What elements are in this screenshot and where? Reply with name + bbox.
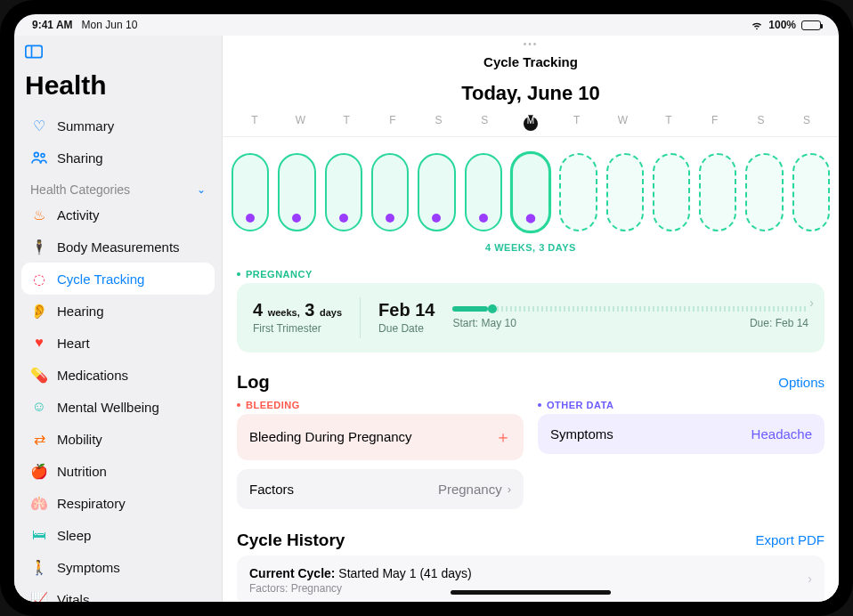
day-letter: F — [370, 114, 416, 136]
other-data-section-label: OTHER DATA — [547, 400, 613, 410]
export-pdf-link[interactable]: Export PDF — [755, 532, 825, 547]
history-factors-label: Factors: — [249, 582, 288, 595]
bleeding-section-header: BLEEDING — [237, 396, 524, 414]
triangle-down-icon: ▼ — [526, 112, 535, 127]
status-time: 9:41 AM — [32, 19, 73, 31]
sidebar-item-body-measurements[interactable]: 🕴Body Measurements — [21, 231, 215, 263]
cycle-day-oval-today[interactable] — [510, 150, 552, 232]
preg-trimester: First Trimester — [253, 322, 342, 335]
pregnancy-progress-bar — [452, 306, 808, 312]
sidebar-item-respiratory[interactable]: 🫁Respiratory — [21, 487, 215, 519]
chevron-right-icon: › — [809, 296, 814, 310]
day-letter: S — [738, 114, 784, 136]
heart-icon: ♥ — [30, 334, 48, 352]
cycle-day-oval[interactable] — [465, 153, 502, 231]
cycle-day-oval[interactable] — [232, 153, 269, 231]
divider — [360, 297, 361, 338]
people-icon — [30, 149, 48, 166]
cycle-day-oval[interactable] — [325, 153, 362, 231]
cycle-day-oval[interactable] — [278, 153, 315, 231]
chevron-right-icon: › — [808, 566, 812, 586]
bullet-icon — [538, 403, 541, 407]
grab-handle-icon[interactable]: ••• — [223, 36, 839, 49]
chevron-down-icon: ⌄ — [197, 183, 206, 196]
sidebar-item-mental-wellbeing[interactable]: ☺Mental Wellbeing — [21, 391, 215, 423]
sidebar-toggle-icon[interactable] — [21, 43, 215, 65]
bleeding-section-label: BLEEDING — [246, 400, 300, 410]
sidebar-item-heart[interactable]: ♥Heart — [21, 327, 215, 359]
heart-outline-icon: ♡ — [30, 117, 48, 134]
pregnancy-card[interactable]: › 4 weeks, 3 days First Trimester Feb 14… — [237, 283, 825, 353]
sidebar: Health ♡ Summary Sharing Health Categori… — [14, 36, 223, 602]
day-letter: S — [416, 114, 462, 136]
sidebar-item-hearing[interactable]: 👂Hearing — [21, 295, 215, 327]
day-dot-icon — [526, 214, 536, 223]
day-letter: W — [278, 114, 324, 136]
log-title: Log — [237, 372, 270, 393]
sidebar-item-sharing[interactable]: Sharing — [21, 142, 215, 174]
body-icon: 🕴 — [30, 238, 48, 255]
home-indicator[interactable] — [451, 590, 611, 595]
preg-days: 3 — [305, 300, 314, 320]
day-letter: T — [232, 114, 278, 136]
bleeding-card[interactable]: Bleeding During Pregnancy ＋ — [237, 414, 524, 460]
apple-icon: 🍎 — [30, 462, 48, 480]
bullet-icon — [237, 403, 240, 407]
sidebar-item-label: Mobility — [57, 432, 102, 447]
log-options-link[interactable]: Options — [778, 375, 825, 390]
status-bar: 9:41 AM Mon Jun 10 100% — [14, 14, 839, 36]
sidebar-categories-header[interactable]: Health Categories ⌄ — [21, 174, 215, 199]
cycle-day-oval-future[interactable] — [606, 153, 644, 231]
day-letter-row: T W T F S S ▼ M T W T F S S — [223, 114, 839, 137]
day-letter: T — [554, 114, 600, 136]
cycle-day-oval-future[interactable] — [699, 153, 736, 231]
sidebar-item-label: Medications — [57, 368, 128, 383]
sidebar-item-label: Body Measurements — [57, 239, 180, 255]
cycle-day-oval-future[interactable] — [653, 153, 690, 231]
weeks-label: 4 WEEKS, 3 DAYS — [223, 239, 839, 265]
screen: 9:41 AM Mon Jun 10 100% Health ♡ Summary — [14, 14, 839, 602]
sidebar-item-mobility[interactable]: ⇄Mobility — [21, 423, 215, 455]
day-letter: S — [784, 114, 830, 136]
current-cycle-label: Current Cycle: — [249, 566, 335, 580]
sidebar-item-cycle-tracking[interactable]: ◌Cycle Tracking — [21, 263, 215, 295]
cycle-day-oval-future[interactable] — [559, 153, 597, 231]
factors-card-label: Factors — [249, 482, 294, 497]
cycle-day-oval[interactable] — [418, 153, 455, 231]
bleeding-card-label: Bleeding During Pregnancy — [249, 429, 412, 444]
preg-days-unit: days — [320, 307, 342, 318]
day-dot-icon — [339, 214, 348, 223]
cycle-day-oval-future[interactable] — [792, 153, 830, 231]
ipad-frame: 9:41 AM Mon Jun 10 100% Health ♡ Summary — [0, 0, 853, 616]
day-dot-icon — [246, 214, 255, 223]
sidebar-item-nutrition[interactable]: 🍎Nutrition — [21, 455, 215, 487]
sidebar-item-medications[interactable]: 💊Medications — [21, 359, 215, 391]
sidebar-item-activity[interactable]: ♨Activity — [21, 199, 215, 231]
cycle-day-oval-future[interactable] — [745, 153, 783, 231]
sidebar-item-vitals[interactable]: 📈Vitals — [21, 583, 215, 602]
categories-label: Health Categories — [30, 182, 130, 197]
cycle-day-oval[interactable] — [371, 153, 409, 231]
pregnancy-section-label: PREGNANCY — [246, 269, 313, 280]
chevron-right-icon: › — [508, 482, 511, 496]
factors-card[interactable]: Factors Pregnancy › — [237, 469, 524, 509]
brain-icon: ☺ — [30, 398, 48, 416]
sidebar-item-summary[interactable]: ♡ Summary — [21, 109, 215, 142]
symptoms-card-value: Headache — [751, 426, 812, 442]
day-letter: S — [461, 114, 508, 136]
sidebar-item-label: Summary — [57, 118, 114, 134]
content-area[interactable]: ••• Cycle Tracking Today, June 10 T W T … — [223, 36, 839, 602]
arrows-icon: ⇄ — [30, 430, 48, 448]
current-cycle-card[interactable]: Current Cycle: Started May 1 (41 days) F… — [237, 555, 825, 603]
day-letter: T — [323, 114, 370, 136]
sidebar-item-label: Sharing — [57, 150, 103, 166]
current-cycle-text: Started May 1 (41 days) — [338, 566, 471, 580]
history-title: Cycle History — [237, 531, 345, 550]
symptoms-card[interactable]: Symptoms Headache — [538, 414, 825, 454]
day-letter: T — [646, 114, 692, 136]
bed-icon: 🛏 — [30, 526, 48, 544]
sidebar-item-symptoms[interactable]: 🚶Symptoms — [21, 551, 215, 583]
walk-icon: 🚶 — [30, 558, 48, 576]
cycle-days-row[interactable] — [223, 137, 839, 239]
sidebar-item-sleep[interactable]: 🛏Sleep — [21, 519, 215, 551]
